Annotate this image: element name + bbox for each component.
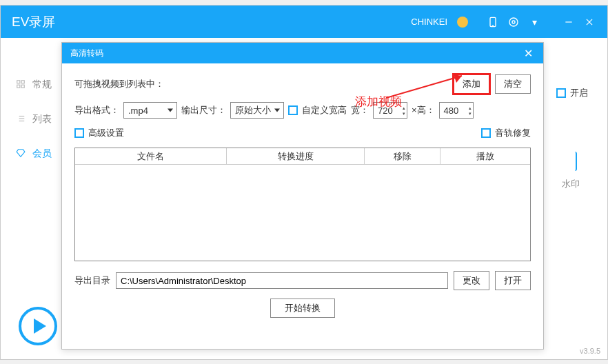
user-name[interactable]: CHINKEI (411, 17, 447, 27)
titlebar: EV录屏 CHINKEI ▾ (1, 6, 607, 38)
custom-wh-label: 自定义宽高 (302, 104, 347, 117)
minimize-icon[interactable] (562, 15, 576, 29)
svg-rect-10 (21, 85, 24, 88)
change-dir-button[interactable]: 更改 (454, 271, 489, 290)
close-icon[interactable] (582, 15, 596, 29)
out-dir-label: 导出目录 (74, 274, 110, 287)
col-play: 播放 (440, 148, 530, 164)
output-size-label: 输出尺寸： (181, 104, 226, 117)
phone-icon[interactable] (486, 15, 500, 29)
svg-rect-9 (17, 85, 20, 88)
coin-icon (457, 17, 468, 28)
svg-point-3 (509, 18, 518, 26)
diamond-icon (16, 148, 27, 159)
start-convert-button[interactable]: 开始转换 (270, 299, 335, 318)
sidebar-item-label: 列表 (32, 113, 52, 125)
dialog-close-icon[interactable]: ✕ (521, 47, 535, 60)
enable-checkbox[interactable] (556, 88, 566, 98)
col-progress: 转换进度 (227, 148, 365, 164)
sidebar-item-label: 会员 (32, 148, 52, 160)
row-advanced: 高级设置 音轨修复 (74, 127, 531, 139)
custom-wh-checkbox[interactable] (288, 105, 298, 115)
sidebar-item-list[interactable]: 列表 (1, 102, 63, 136)
row-output-dir: 导出目录 更改 打开 (74, 271, 531, 290)
watermark-hint: 水印 (562, 178, 580, 190)
size-select[interactable]: 原始大小 (230, 102, 284, 119)
svg-rect-8 (21, 81, 24, 83)
custom-wh-check[interactable]: 自定义宽高 (288, 104, 347, 117)
sidebar-item-general[interactable]: 常规 (1, 68, 63, 102)
table-header: 文件名 转换进度 移除 播放 (75, 148, 530, 165)
format-select[interactable]: .mp4 (123, 102, 177, 119)
play-button[interactable] (19, 307, 57, 345)
app-title: EV录屏 (12, 13, 411, 31)
drag-hint-label: 可拖拽视频到列表中： (74, 78, 164, 90)
dialog-title: 高清转码 (70, 48, 103, 59)
audio-repair-checkbox[interactable] (481, 128, 491, 138)
open-dir-button[interactable]: 打开 (495, 271, 531, 290)
out-dir-input[interactable] (116, 272, 448, 289)
grid-icon (16, 79, 27, 90)
list-icon (16, 114, 27, 125)
svg-line-17 (386, 76, 462, 98)
clear-button[interactable]: 清空 (495, 74, 531, 94)
titlebar-right: CHINKEI ▾ (411, 15, 596, 29)
advanced-check[interactable]: 高级设置 (74, 127, 124, 139)
sidebar-item-label: 常规 (32, 79, 52, 91)
file-table: 文件名 转换进度 移除 播放 (74, 148, 531, 261)
annotation-arrow-icon (386, 69, 476, 106)
advanced-label: 高级设置 (88, 127, 124, 139)
col-filename: 文件名 (75, 148, 227, 164)
svg-rect-7 (17, 81, 20, 83)
sidebar-item-member[interactable]: 会员 (1, 136, 63, 171)
export-format-label: 导出格式： (74, 104, 119, 117)
audio-repair-label: 音轨修复 (495, 127, 531, 139)
dialog-titlebar: 高清转码 ✕ (62, 43, 543, 63)
row-start: 开始转换 (74, 299, 531, 318)
enable-label: 开启 (570, 87, 588, 99)
menu-dropdown-icon[interactable]: ▾ (527, 15, 541, 29)
version-label: v3.9.5 (580, 347, 600, 355)
audio-repair-check[interactable]: 音轨修复 (481, 127, 531, 139)
col-remove: 移除 (365, 148, 440, 164)
watermark-icon (558, 152, 577, 171)
settings-icon[interactable] (507, 15, 520, 29)
svg-point-2 (512, 21, 515, 23)
advanced-checkbox[interactable] (74, 128, 84, 138)
enable-toggle-row: 开启 (556, 87, 588, 99)
